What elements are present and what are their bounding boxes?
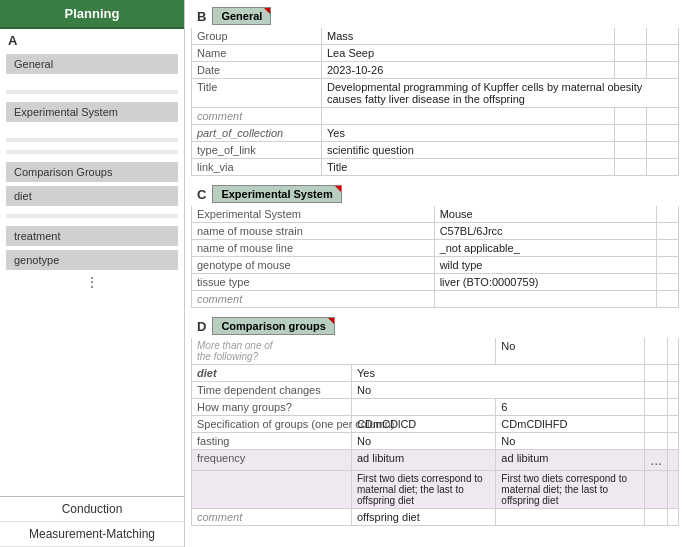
label-group: Group — [192, 28, 322, 45]
extra-col — [656, 291, 678, 308]
extra-col — [645, 399, 668, 416]
extra-col2 — [646, 159, 678, 176]
section-c: C Experimental System Experimental Syste… — [191, 182, 679, 308]
extra-col2 — [646, 125, 678, 142]
table-row: Experimental System Mouse — [192, 206, 679, 223]
label-how-many: How many groups? — [192, 399, 352, 416]
extra-col — [645, 382, 668, 399]
value-part-of-collection: Yes — [322, 125, 615, 142]
extra-col — [645, 416, 668, 433]
extra-col — [656, 257, 678, 274]
extra-col2 — [646, 142, 678, 159]
extra-col — [656, 206, 678, 223]
section-d-title: Comparison groups — [212, 317, 335, 335]
extra-col2 — [645, 509, 668, 526]
extra-col — [614, 142, 646, 159]
label-spec-groups: Specification of groups (one per column) — [192, 416, 352, 433]
right-panel: B General Group Mass Name Lea Seep — [185, 0, 685, 547]
extra-col2 — [667, 450, 678, 471]
left-panel: Planning A General Experimental System C… — [0, 0, 185, 547]
table-row: link_via Title — [192, 159, 679, 176]
extra-col2 — [667, 365, 678, 382]
table-row: tissue type liver (BTO:0000759) — [192, 274, 679, 291]
label-exp-system: Experimental System — [192, 206, 435, 223]
section-d-letter: D — [197, 319, 206, 334]
sidebar-item-comparison-groups[interactable]: Comparison Groups — [6, 162, 178, 182]
label-comment: comment — [192, 108, 322, 125]
label-name: Name — [192, 45, 322, 62]
value-more-than-one: No — [496, 338, 645, 365]
value-mouse-line: _not applicable_ — [434, 240, 656, 257]
label-type-of-link: type_of_link — [192, 142, 322, 159]
sidebar-item-conduction[interactable]: Conduction — [0, 497, 184, 522]
label-fasting: fasting — [192, 433, 352, 450]
section-b-title: General — [212, 7, 271, 25]
section-a-letter: A — [8, 33, 17, 48]
table-row: diet Yes — [192, 365, 679, 382]
value-how-many — [352, 399, 496, 416]
section-d: D Comparison groups More than one ofthe … — [191, 314, 679, 526]
extra-col2 — [646, 45, 678, 62]
comp-note: More than one ofthe following? — [192, 338, 496, 365]
extra-col2 — [646, 108, 678, 125]
label-mouse-strain: name of mouse strain — [192, 223, 435, 240]
table-row: Specification of groups (one per column)… — [192, 416, 679, 433]
extra-col2 — [667, 382, 678, 399]
table-row: First two diets correspond to maternal d… — [192, 471, 679, 509]
table-row: Title Developmental programming of Kupff… — [192, 79, 679, 108]
value-time-dep: No — [352, 382, 645, 399]
value-d-comment: offspring diet — [352, 509, 496, 526]
section-c-title: Experimental System — [212, 185, 341, 203]
table-row: Time dependent changes No — [192, 382, 679, 399]
extra-col — [496, 509, 645, 526]
label-title: Title — [192, 79, 322, 108]
value-diet-desc-2: First two diets correspond to maternal d… — [496, 471, 645, 509]
extra-col — [656, 223, 678, 240]
value-comment — [322, 108, 615, 125]
table-row: name of mouse strain C57BL/6Jrcc — [192, 223, 679, 240]
extra-col2 — [646, 62, 678, 79]
value-fasting-2: No — [496, 433, 645, 450]
value-fasting-1: No — [352, 433, 496, 450]
sidebar-item-treatment[interactable]: treatment — [6, 226, 178, 246]
sidebar-item-experimental-system[interactable]: Experimental System — [6, 102, 178, 122]
value-tissue-type: liver (BTO:0000759) — [434, 274, 656, 291]
sidebar-item-general[interactable]: General — [6, 54, 178, 74]
value-spec-groups-1: CDmCDlCD — [352, 416, 496, 433]
planning-header: Planning — [0, 0, 184, 29]
extra-col — [645, 471, 668, 509]
section-b-header: B General — [191, 4, 679, 28]
sidebar-item-diet[interactable]: diet — [6, 186, 178, 206]
extra-col — [656, 240, 678, 257]
table-row: name of mouse line _not applicable_ — [192, 240, 679, 257]
ellipsis: ⋮ — [0, 272, 184, 292]
right-content: B General Group Mass Name Lea Seep — [185, 0, 685, 534]
value-exp-system: Mouse — [434, 206, 656, 223]
table-row: Name Lea Seep — [192, 45, 679, 62]
label-comment-d — [192, 471, 352, 509]
table-row: fasting No No — [192, 433, 679, 450]
extra-col — [614, 62, 646, 79]
sidebar-item-measurement-matching[interactable]: Measurement-Matching — [0, 522, 184, 547]
value-title: Developmental programming of Kupffer cel… — [322, 79, 679, 108]
extra-col2 — [667, 416, 678, 433]
table-row: Date 2023-10-26 — [192, 62, 679, 79]
value-date: 2023-10-26 — [322, 62, 615, 79]
label-time-dep: Time dependent changes — [192, 382, 352, 399]
table-row: comment — [192, 291, 679, 308]
extra-col — [614, 45, 646, 62]
sidebar-item-genotype[interactable]: genotype — [6, 250, 178, 270]
extra-col — [656, 274, 678, 291]
section-d-table: More than one ofthe following? No diet Y… — [191, 338, 679, 526]
table-row: How many groups? 6 — [192, 399, 679, 416]
value-type-of-link: scientific question — [322, 142, 615, 159]
label-mouse-line: name of mouse line — [192, 240, 435, 257]
label-c-comment: comment — [192, 291, 435, 308]
red-corner-d — [328, 318, 334, 324]
table-row: part_of_collection Yes — [192, 125, 679, 142]
label-diet: diet — [192, 365, 352, 382]
value-name: Lea Seep — [322, 45, 615, 62]
extra-col2 — [667, 433, 678, 450]
value-how-many-2: 6 — [496, 399, 645, 416]
table-row: type_of_link scientific question — [192, 142, 679, 159]
